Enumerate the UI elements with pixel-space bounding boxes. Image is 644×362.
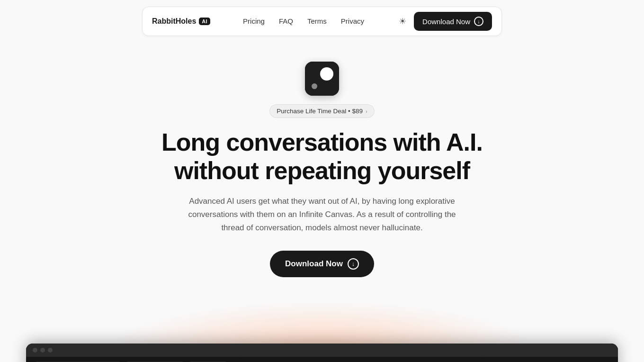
nav-download-button[interactable]: Download Now ↓ bbox=[414, 12, 492, 31]
app-icon-inner bbox=[305, 62, 339, 96]
app-icon bbox=[305, 62, 339, 96]
hero-subtitle: Advanced AI users get what they want out… bbox=[180, 195, 464, 235]
nav-download-icon: ↓ bbox=[474, 17, 483, 26]
hero-download-icon: ↓ bbox=[348, 258, 359, 270]
nav-link-faq[interactable]: FAQ bbox=[279, 17, 293, 25]
hero-download-label: Download Now bbox=[285, 259, 343, 269]
nav-right: ☀ Download Now ↓ bbox=[397, 12, 492, 31]
mock-dot-2 bbox=[40, 348, 45, 353]
navbar: RabbitHoles AI Pricing FAQ Terms Privacy… bbox=[142, 7, 502, 36]
navbar-wrapper: RabbitHoles AI Pricing FAQ Terms Privacy… bbox=[0, 0, 644, 43]
nav-links: Pricing FAQ Terms Privacy bbox=[243, 17, 364, 26]
icon-dot-small bbox=[312, 83, 317, 89]
lifetime-deal-badge[interactable]: Purchase Life Time Deal • $89 › bbox=[269, 104, 375, 118]
logo-ai-badge: AI bbox=[199, 18, 210, 25]
hero-title-line2: without repeating yourself bbox=[174, 157, 470, 184]
mock-body bbox=[26, 357, 618, 362]
glow-blob bbox=[109, 301, 535, 348]
hero-download-button[interactable]: Download Now ↓ bbox=[270, 251, 374, 277]
hero-title-line1: Long conversations with A.I. bbox=[161, 128, 483, 156]
logo-link[interactable]: RabbitHoles AI bbox=[152, 17, 210, 26]
nav-download-label: Download Now bbox=[422, 18, 470, 26]
hero-title: Long conversations with A.I. without rep… bbox=[161, 128, 483, 185]
app-screenshot-mock bbox=[26, 344, 618, 362]
hero-section: Purchase Life Time Deal • $89 › Long con… bbox=[0, 43, 644, 291]
mock-dot-1 bbox=[33, 348, 37, 353]
glow-area bbox=[0, 301, 644, 348]
badge-chevron-icon: › bbox=[366, 109, 367, 114]
mock-topbar bbox=[26, 344, 618, 357]
theme-toggle-button[interactable]: ☀ bbox=[397, 14, 408, 28]
lifetime-deal-text: Purchase Life Time Deal • $89 bbox=[277, 108, 363, 115]
icon-dot-large bbox=[320, 67, 333, 81]
screenshot-area bbox=[0, 344, 644, 362]
logo-text: RabbitHoles bbox=[152, 17, 196, 26]
nav-link-privacy[interactable]: Privacy bbox=[341, 17, 364, 25]
nav-link-pricing[interactable]: Pricing bbox=[243, 17, 265, 25]
nav-link-terms[interactable]: Terms bbox=[307, 17, 327, 25]
mock-dot-3 bbox=[48, 348, 53, 353]
